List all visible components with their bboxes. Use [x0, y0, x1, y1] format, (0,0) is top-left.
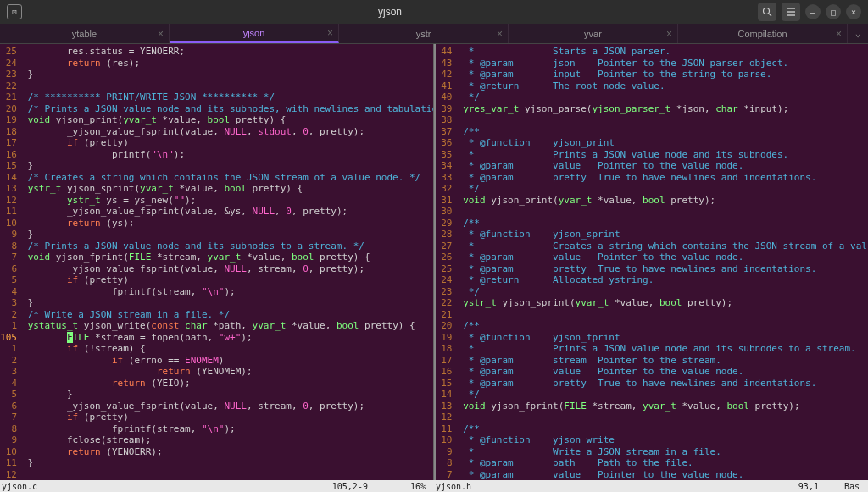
code-line[interactable]: 42 * @param input Pointer to the string … — [436, 69, 869, 80]
code-line[interactable]: 10 return (YENOERR); — [0, 446, 433, 458]
close-button[interactable]: × — [846, 4, 861, 19]
code-line[interactable]: 27 * Creates a string which contains the… — [436, 240, 869, 252]
code-line[interactable]: 2 /* Write a JSON stream in a file. */ — [0, 309, 433, 321]
code-line[interactable]: 35 * Prints a JSON value node and its su… — [436, 149, 869, 161]
line-content: res.status = YENOERR; — [22, 46, 433, 58]
code-line[interactable]: 19 * @function yjson_fprint — [436, 332, 869, 344]
code-line[interactable]: 1 ystatus_t yjson_write(const char *path… — [0, 320, 433, 332]
tab-label: ytable — [72, 29, 97, 39]
menu-button[interactable] — [782, 3, 800, 21]
line-number: 39 — [436, 103, 458, 115]
code-line[interactable]: 7 void yjson_fprint(FILE *stream, yvar_t… — [0, 252, 433, 263]
tab-ytable[interactable]: ytable× — [0, 24, 170, 43]
code-line[interactable]: 13 void yjson_fprint(FILE *stream, yvar_… — [436, 401, 869, 412]
code-line[interactable]: 28 * @function yjson_sprint — [436, 229, 869, 240]
code-line[interactable]: 11 } — [0, 457, 433, 469]
code-line[interactable]: 15 * @param pretty True to have newlines… — [436, 378, 869, 390]
code-line[interactable]: 15 } — [0, 160, 433, 172]
code-line[interactable]: 2 if (errno == ENOMEM) — [0, 355, 433, 367]
code-line[interactable]: 9 fclose(stream); — [0, 434, 433, 446]
code-line[interactable]: 16 printf("\n"); — [0, 149, 433, 161]
tab-close-icon[interactable]: × — [327, 27, 333, 39]
code-line[interactable]: 17 * @param stream Pointer to the stream… — [436, 355, 869, 367]
code-line[interactable]: 21 — [436, 309, 869, 321]
code-line[interactable]: 8 /* Prints a JSON value node and its su… — [0, 240, 433, 252]
code-line[interactable]: 4 fprintf(stream, "\n"); — [0, 286, 433, 298]
tab-yvar[interactable]: yvar× — [509, 24, 678, 43]
code-line[interactable]: 26 * @param value Pointer to the value n… — [436, 252, 869, 263]
tab-close-icon[interactable]: × — [497, 28, 503, 40]
code-line[interactable]: 12 — [0, 469, 433, 481]
code-line[interactable]: 5 if (pretty) — [0, 274, 433, 286]
tab-overflow-button[interactable]: ⌄ — [848, 24, 868, 43]
code-line[interactable]: 32 */ — [436, 183, 869, 195]
code-line[interactable]: 11 /** — [436, 423, 869, 435]
code-line[interactable]: 16 * @param value Pointer to the value n… — [436, 366, 869, 378]
code-line[interactable]: 20 /* Prints a JSON value node and its s… — [0, 103, 433, 115]
search-button[interactable] — [758, 3, 776, 21]
tab-yjson[interactable]: yjson× — [170, 24, 339, 43]
code-line[interactable]: 7 * @param value Pointer to the value no… — [436, 469, 869, 481]
tab-compilation[interactable]: Compilation× — [678, 24, 848, 43]
line-content: return (YENOERR); — [22, 446, 433, 458]
code-line[interactable]: 22 — [0, 80, 433, 92]
editor-pane-right[interactable]: 44 * Starts a JSON parser.43 * @param js… — [436, 44, 869, 480]
line-content: if (pretty) — [22, 137, 433, 149]
code-line[interactable]: 31 void yjson_print(yvar_t *value, bool … — [436, 195, 869, 207]
code-line[interactable]: 18 _yjson_value_fsprint(value, NULL, std… — [0, 126, 433, 138]
code-line[interactable]: 37 /** — [436, 126, 869, 138]
code-line[interactable]: 23 } — [0, 69, 433, 80]
code-line[interactable]: 6 _yjson_value_fsprint(value, NULL, stre… — [0, 263, 433, 275]
minimize-button[interactable]: – — [805, 4, 821, 19]
code-line[interactable]: 9 * Write a JSON stream in a file. — [436, 446, 869, 458]
code-line[interactable]: 3 } — [0, 297, 433, 309]
code-line[interactable]: 20 /** — [436, 320, 869, 332]
code-line[interactable]: 25 res.status = YENOERR; — [0, 46, 433, 58]
code-line[interactable]: 10 * @function yjson_write — [436, 434, 869, 446]
code-line[interactable]: 9 } — [0, 229, 433, 240]
code-line[interactable]: 17 if (pretty) — [0, 137, 433, 149]
code-line[interactable]: 30 — [436, 206, 869, 218]
code-line[interactable]: 44 * Starts a JSON parser. — [436, 46, 869, 58]
editor-pane-left[interactable]: 25 res.status = YENOERR;24 return (res);… — [0, 44, 434, 480]
code-line[interactable]: 105 FILE *stream = fopen(path, "w+"); — [0, 332, 433, 344]
line-number: 23 — [436, 286, 458, 298]
tab-close-icon[interactable]: × — [158, 28, 164, 40]
code-line[interactable]: 34 * @param value Pointer to the value n… — [436, 160, 869, 172]
tab-close-icon[interactable]: × — [666, 28, 672, 40]
tab-close-icon[interactable]: × — [836, 28, 842, 40]
code-line[interactable]: 1 if (!stream) { — [0, 343, 433, 355]
code-line[interactable]: 41 * @return The root node value. — [436, 80, 869, 92]
code-line[interactable]: 8 * @param path Path to the file. — [436, 457, 869, 469]
code-line[interactable]: 6 _yjson_value_fsprint(value, NULL, stre… — [0, 401, 433, 412]
code-line[interactable]: 40 */ — [436, 91, 869, 103]
code-line[interactable]: 39 yres_var_t yjson_parse(yjson_parser_t… — [436, 103, 869, 115]
code-line[interactable]: 22 ystr_t yjson_sprint(yvar_t *value, bo… — [436, 297, 869, 309]
code-line[interactable]: 10 return (ys); — [0, 218, 433, 229]
code-line[interactable]: 36 * @function yjson_print — [436, 137, 869, 149]
code-line[interactable]: 12 ystr_t ys = ys_new(""); — [0, 195, 433, 207]
code-line[interactable]: 12 — [436, 412, 869, 423]
code-line[interactable]: 24 return (res); — [0, 58, 433, 69]
code-line[interactable]: 3 return (YENOMEM); — [0, 366, 433, 378]
code-line[interactable]: 38 — [436, 114, 869, 126]
tab-ystr[interactable]: ystr× — [339, 24, 509, 43]
code-line[interactable]: 8 fprintf(stream, "\n"); — [0, 423, 433, 435]
code-line[interactable]: 19 void yjson_print(yvar_t *value, bool … — [0, 114, 433, 126]
code-line[interactable]: 5 } — [0, 389, 433, 401]
code-line[interactable]: 14 */ — [436, 389, 869, 401]
code-line[interactable]: 11 _yjson_value_fsprint(value, &ys, NULL… — [0, 206, 433, 218]
code-line[interactable]: 29 /** — [436, 218, 869, 229]
code-line[interactable]: 14 /* Creates a string which contains th… — [0, 172, 433, 184]
code-line[interactable]: 25 * @param pretty True to have newlines… — [436, 263, 869, 275]
maximize-button[interactable]: □ — [826, 4, 841, 19]
code-line[interactable]: 13 ystr_t yjson_sprint(yvar_t *value, bo… — [0, 183, 433, 195]
code-line[interactable]: 4 return (YEIO); — [0, 378, 433, 390]
code-line[interactable]: 33 * @param pretty True to have newlines… — [436, 172, 869, 184]
code-line[interactable]: 18 * Prints a JSON value node and its su… — [436, 343, 869, 355]
code-line[interactable]: 24 * @return Allocated ystring. — [436, 274, 869, 286]
code-line[interactable]: 7 if (pretty) — [0, 412, 433, 423]
code-line[interactable]: 23 */ — [436, 286, 869, 298]
code-line[interactable]: 43 * @param json Pointer to the JSON par… — [436, 58, 869, 69]
code-line[interactable]: 21 /* ********** PRINT/WRITE JSON ******… — [0, 91, 433, 103]
